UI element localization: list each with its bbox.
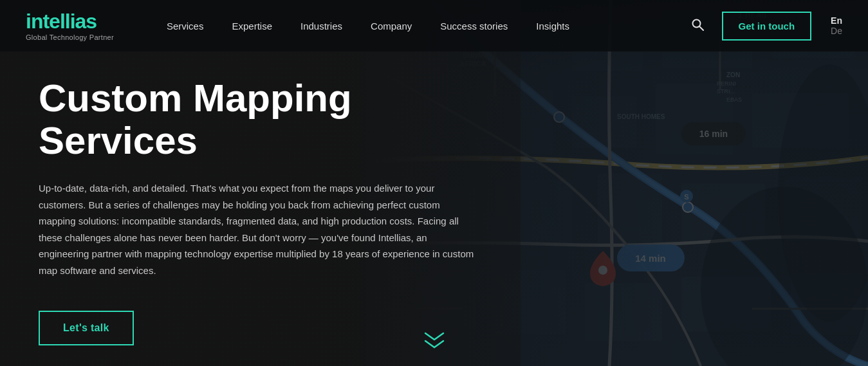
lets-talk-button[interactable]: Let's talk xyxy=(39,311,134,345)
get-in-touch-button[interactable]: Get in touch xyxy=(722,12,812,41)
search-icon[interactable] xyxy=(686,13,709,39)
nav-links: Services Expertise Industries Company Su… xyxy=(152,0,686,51)
navbar: intellias Global Technology Partner Serv… xyxy=(0,0,868,51)
hero-content: Custom Mapping Services Up-to-date, data… xyxy=(39,77,502,345)
logo[interactable]: intellias Global Technology Partner xyxy=(26,11,114,41)
lang-en[interactable]: En xyxy=(831,15,842,26)
scroll-indicator[interactable] xyxy=(423,332,446,350)
logo-tagline: Global Technology Partner xyxy=(26,33,114,41)
nav-item-services[interactable]: Services xyxy=(152,0,218,51)
nav-item-company[interactable]: Company xyxy=(356,0,426,51)
logo-text: intellias xyxy=(26,11,114,32)
nav-item-expertise[interactable]: Expertise xyxy=(217,0,286,51)
language-switcher: En De xyxy=(831,15,842,36)
lang-de[interactable]: De xyxy=(831,26,842,36)
nav-right: Get in touch En De xyxy=(686,12,842,41)
hero-description: Up-to-date, data-rich, and detailed. Tha… xyxy=(39,180,476,279)
hero-title: Custom Mapping Services xyxy=(39,77,502,162)
svg-line-47 xyxy=(699,26,703,30)
nav-item-insights[interactable]: Insights xyxy=(522,0,584,51)
nav-item-industries[interactable]: Industries xyxy=(286,0,356,51)
nav-item-success-stories[interactable]: Success stories xyxy=(426,0,522,51)
